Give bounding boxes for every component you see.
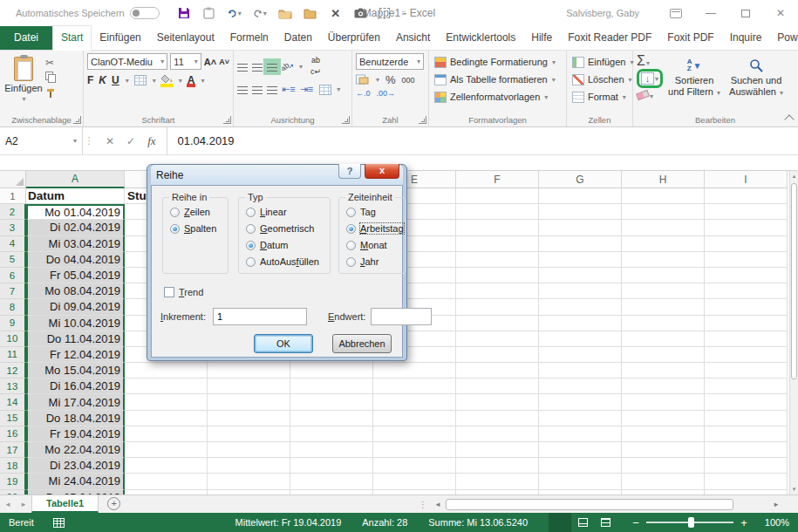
align-bottom-icon-selected[interactable]	[267, 62, 277, 72]
cell-F17[interactable]	[456, 442, 539, 458]
tab-hilfe[interactable]: Hilfe	[523, 26, 560, 50]
tab-file[interactable]: Datei	[0, 26, 52, 50]
cell-G7[interactable]	[539, 283, 622, 299]
hscroll-left-icon[interactable]: ◂	[432, 500, 444, 508]
radio-autoausfüllen[interactable]: AutoAusfüllen	[246, 256, 319, 267]
row-header-8[interactable]: 8	[0, 299, 26, 315]
copy-icon[interactable]	[45, 72, 56, 85]
cell-D19[interactable]	[290, 474, 373, 489]
paste-dropdown-icon[interactable]: ▾	[22, 95, 25, 103]
horizontal-scrollbar[interactable]	[446, 499, 768, 510]
view-normal-button[interactable]	[549, 513, 571, 532]
cell-D17[interactable]	[290, 442, 373, 458]
selection-icon[interactable]	[379, 8, 390, 18]
cell-B19[interactable]	[125, 474, 208, 489]
cell-H19[interactable]	[622, 474, 705, 489]
cell-F16[interactable]	[456, 426, 539, 442]
comma-style-icon[interactable]: 000	[402, 76, 415, 85]
cell-A16[interactable]: Fr 19.04.2019	[26, 426, 125, 442]
cell-B14[interactable]	[125, 394, 208, 410]
cancel-entry-icon[interactable]: ✕	[106, 135, 114, 147]
ribbon-display-options-button[interactable]	[658, 1, 693, 25]
cell-F12[interactable]	[456, 363, 539, 379]
cell-E14[interactable]	[373, 394, 456, 410]
stop-value-input[interactable]	[371, 308, 432, 325]
cell-C14[interactable]	[208, 394, 290, 410]
cell-G16[interactable]	[539, 426, 622, 442]
cell-F10[interactable]	[456, 331, 539, 347]
radio-icon[interactable]	[346, 257, 356, 267]
cell-H7[interactable]	[622, 283, 705, 299]
cell-A15[interactable]: Do 18.04.2019	[26, 411, 125, 426]
cell-F18[interactable]	[456, 458, 539, 474]
cell-H11[interactable]	[622, 347, 705, 363]
cell-I8[interactable]	[705, 299, 788, 315]
cell-H6[interactable]	[622, 268, 705, 283]
cell-H9[interactable]	[622, 316, 705, 331]
dialog-close-button[interactable]: x	[365, 164, 399, 179]
cell-A7[interactable]: Mo 08.04.2019	[26, 283, 125, 299]
cell-E19[interactable]	[373, 474, 456, 489]
undo-dropdown-icon[interactable]: ▾	[238, 10, 242, 17]
cell-A10[interactable]: Do 11.04.2019	[26, 331, 125, 347]
cell-A1[interactable]: Datum	[26, 188, 125, 204]
borders-dropdown-icon[interactable]: ▾	[153, 77, 156, 85]
radio-icon[interactable]	[246, 241, 256, 250]
radio-tag[interactable]: Tag	[346, 207, 376, 217]
formula-bar-input[interactable]: 01.04.2019	[167, 127, 245, 154]
cell-G3[interactable]	[539, 220, 622, 235]
cell-F4[interactable]	[456, 236, 539, 252]
cell-H14[interactable]	[622, 394, 705, 410]
cell-G11[interactable]	[539, 347, 622, 363]
increase-decimal-icon[interactable]: ←.0	[356, 89, 371, 98]
sheet-tab-active[interactable]: Tabelle1	[31, 495, 99, 513]
maximize-button[interactable]	[728, 1, 763, 25]
cell-I11[interactable]	[705, 347, 788, 363]
cell-D16[interactable]	[290, 426, 373, 442]
radio-icon[interactable]	[346, 224, 356, 234]
row-header-17[interactable]: 17	[0, 442, 26, 458]
orientation-dropdown-icon[interactable]: ▾	[299, 63, 303, 71]
merge-center-dropdown-icon[interactable]: ▾	[337, 85, 340, 93]
underline-button[interactable]: U	[112, 74, 119, 86]
merge-center-icon[interactable]	[319, 85, 331, 95]
decrease-decimal-icon[interactable]: .00→	[377, 89, 396, 98]
tab-foxit-pdf[interactable]: Foxit PDF	[659, 26, 721, 50]
align-left-icon[interactable]	[237, 85, 248, 94]
tab-seitenlayout[interactable]: Seitenlayout	[149, 26, 222, 50]
name-box-dropdown-icon[interactable]: ▾	[73, 137, 77, 145]
row-header-6[interactable]: 6	[0, 268, 26, 283]
row-header-5[interactable]: 5	[0, 252, 26, 268]
radio-geometrisch[interactable]: Geometrisch	[246, 223, 314, 234]
row-header-11[interactable]: 11	[0, 347, 26, 363]
font-color-dropdown-icon[interactable]: ▾	[201, 77, 204, 85]
cell-A11[interactable]: Fr 12.04.2019	[26, 347, 125, 363]
cell-A17[interactable]: Mo 22.04.2019	[26, 442, 125, 458]
cell-C19[interactable]	[208, 474, 290, 489]
row-header-3[interactable]: 3	[0, 220, 26, 235]
cell-B15[interactable]	[125, 411, 208, 426]
cell-B12[interactable]	[125, 363, 208, 379]
fill-color-dropdown-icon[interactable]: ▾	[179, 77, 182, 85]
cell-I13[interactable]	[705, 379, 788, 394]
cell-B17[interactable]	[125, 442, 208, 458]
autosave-toggle[interactable]	[130, 7, 160, 19]
cell-H8[interactable]	[622, 299, 705, 315]
increment-input[interactable]	[213, 308, 307, 325]
cell-I6[interactable]	[705, 268, 788, 283]
paste-button[interactable]: Einfügen ▾	[3, 53, 44, 113]
column-header-G[interactable]: G	[539, 171, 622, 188]
cell-E16[interactable]	[373, 426, 456, 442]
tab-entwicklertools[interactable]: Entwicklertools	[438, 26, 523, 50]
cell-G18[interactable]	[539, 458, 622, 474]
align-right-icon[interactable]	[267, 85, 277, 94]
zoom-out-button[interactable]: −	[629, 516, 643, 529]
formula-bar-splitter[interactable]: ⋮	[83, 127, 95, 154]
sheet-nav-right-icon[interactable]: ▸	[16, 495, 31, 513]
align-center-icon[interactable]	[252, 85, 263, 94]
tab-formeln[interactable]: Formeln	[222, 26, 276, 50]
cell-I10[interactable]	[705, 331, 788, 347]
cell-D14[interactable]	[290, 394, 373, 410]
horizontal-scroll-thumb[interactable]	[446, 499, 733, 510]
cells-item[interactable]: Löschen▾	[572, 71, 629, 88]
